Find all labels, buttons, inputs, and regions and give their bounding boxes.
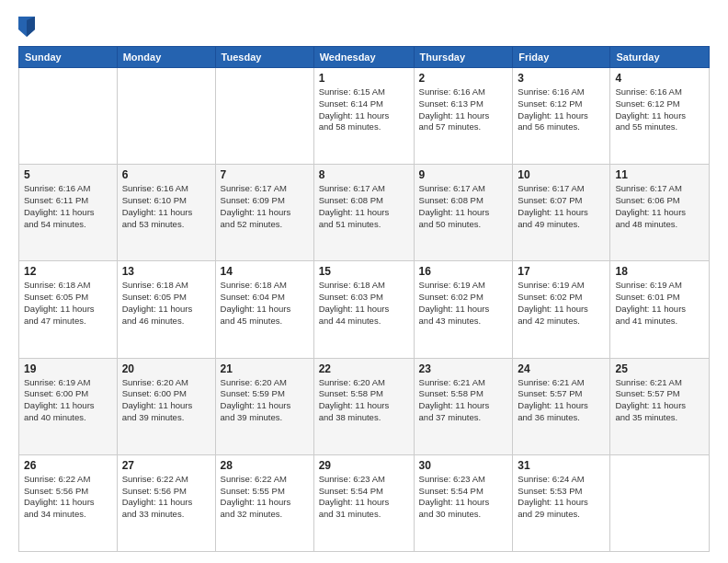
calendar-cell: [117, 68, 215, 165]
cell-info: Sunrise: 6:24 AM Sunset: 5:53 PM Dayligh…: [518, 474, 605, 521]
calendar-cell: 23Sunrise: 6:21 AM Sunset: 5:58 PM Dayli…: [414, 358, 513, 454]
header: [18, 15, 710, 37]
cell-date: 19: [24, 362, 112, 375]
cell-date: 16: [419, 265, 508, 278]
cell-date: 3: [518, 72, 605, 85]
cell-info: Sunrise: 6:15 AM Sunset: 6:14 PM Dayligh…: [319, 86, 409, 133]
weekday-header-saturday: Saturday: [610, 47, 710, 68]
calendar-cell: 24Sunrise: 6:21 AM Sunset: 5:57 PM Dayli…: [513, 358, 610, 454]
calendar-cell: 6Sunrise: 6:16 AM Sunset: 6:10 PM Daylig…: [117, 165, 215, 261]
calendar-cell: 7Sunrise: 6:17 AM Sunset: 6:09 PM Daylig…: [215, 165, 313, 261]
cell-info: Sunrise: 6:17 AM Sunset: 6:08 PM Dayligh…: [419, 183, 508, 230]
cell-info: Sunrise: 6:18 AM Sunset: 6:03 PM Dayligh…: [319, 280, 409, 327]
cell-info: Sunrise: 6:22 AM Sunset: 5:56 PM Dayligh…: [24, 474, 112, 521]
cell-date: 5: [24, 168, 112, 181]
weekday-header-monday: Monday: [117, 47, 215, 68]
cell-date: 21: [221, 362, 309, 375]
cell-info: Sunrise: 6:16 AM Sunset: 6:12 PM Dayligh…: [615, 86, 704, 133]
weekday-header-thursday: Thursday: [414, 47, 513, 68]
calendar-cell: 1Sunrise: 6:15 AM Sunset: 6:14 PM Daylig…: [313, 68, 414, 165]
cell-date: 18: [615, 265, 704, 278]
calendar-cell: 14Sunrise: 6:18 AM Sunset: 6:04 PM Dayli…: [215, 261, 313, 358]
cell-info: Sunrise: 6:20 AM Sunset: 5:59 PM Dayligh…: [221, 377, 309, 424]
cell-info: Sunrise: 6:20 AM Sunset: 6:00 PM Dayligh…: [122, 377, 210, 424]
cell-info: Sunrise: 6:23 AM Sunset: 5:54 PM Dayligh…: [319, 474, 409, 521]
calendar-cell: 16Sunrise: 6:19 AM Sunset: 6:02 PM Dayli…: [414, 261, 513, 358]
cell-info: Sunrise: 6:17 AM Sunset: 6:08 PM Dayligh…: [319, 183, 409, 230]
cell-date: 23: [419, 362, 508, 375]
calendar-cell: 13Sunrise: 6:18 AM Sunset: 6:05 PM Dayli…: [117, 261, 215, 358]
calendar-table: SundayMondayTuesdayWednesdayThursdayFrid…: [18, 46, 710, 552]
calendar-cell: 5Sunrise: 6:16 AM Sunset: 6:11 PM Daylig…: [19, 165, 118, 261]
calendar-cell: 9Sunrise: 6:17 AM Sunset: 6:08 PM Daylig…: [414, 165, 513, 261]
calendar-cell: 10Sunrise: 6:17 AM Sunset: 6:07 PM Dayli…: [513, 165, 610, 261]
cell-info: Sunrise: 6:16 AM Sunset: 6:11 PM Dayligh…: [24, 183, 112, 230]
cell-date: 9: [419, 168, 508, 181]
cell-info: Sunrise: 6:21 AM Sunset: 5:57 PM Dayligh…: [518, 377, 605, 424]
week-row-4: 26Sunrise: 6:22 AM Sunset: 5:56 PM Dayli…: [19, 454, 710, 551]
calendar-cell: 26Sunrise: 6:22 AM Sunset: 5:56 PM Dayli…: [19, 454, 118, 551]
calendar-cell: 31Sunrise: 6:24 AM Sunset: 5:53 PM Dayli…: [513, 454, 610, 551]
cell-date: 6: [122, 168, 210, 181]
cell-date: 20: [122, 362, 210, 375]
page: SundayMondayTuesdayWednesdayThursdayFrid…: [0, 0, 728, 563]
cell-info: Sunrise: 6:20 AM Sunset: 5:58 PM Dayligh…: [319, 377, 409, 424]
cell-info: Sunrise: 6:17 AM Sunset: 6:07 PM Dayligh…: [518, 183, 605, 230]
calendar-cell: 30Sunrise: 6:23 AM Sunset: 5:54 PM Dayli…: [414, 454, 513, 551]
cell-info: Sunrise: 6:19 AM Sunset: 6:02 PM Dayligh…: [419, 280, 508, 327]
cell-date: 4: [615, 72, 704, 85]
calendar-cell: 17Sunrise: 6:19 AM Sunset: 6:02 PM Dayli…: [513, 261, 610, 358]
cell-date: 12: [24, 265, 112, 278]
cell-info: Sunrise: 6:18 AM Sunset: 6:05 PM Dayligh…: [24, 280, 112, 327]
cell-info: Sunrise: 6:23 AM Sunset: 5:54 PM Dayligh…: [419, 474, 508, 521]
calendar-cell: 22Sunrise: 6:20 AM Sunset: 5:58 PM Dayli…: [313, 358, 414, 454]
cell-info: Sunrise: 6:21 AM Sunset: 5:57 PM Dayligh…: [615, 377, 704, 424]
cell-date: 30: [419, 459, 508, 472]
logo: [18, 15, 39, 37]
weekday-header-friday: Friday: [513, 47, 610, 68]
calendar-cell: 21Sunrise: 6:20 AM Sunset: 5:59 PM Dayli…: [215, 358, 313, 454]
weekday-header-tuesday: Tuesday: [215, 47, 313, 68]
cell-info: Sunrise: 6:22 AM Sunset: 5:55 PM Dayligh…: [221, 474, 309, 521]
week-row-1: 5Sunrise: 6:16 AM Sunset: 6:11 PM Daylig…: [19, 165, 710, 261]
cell-date: 10: [518, 168, 605, 181]
calendar-cell: [215, 68, 313, 165]
cell-date: 7: [221, 168, 309, 181]
cell-date: 14: [221, 265, 309, 278]
cell-date: 28: [221, 459, 309, 472]
calendar-cell: 28Sunrise: 6:22 AM Sunset: 5:55 PM Dayli…: [215, 454, 313, 551]
calendar-cell: 20Sunrise: 6:20 AM Sunset: 6:00 PM Dayli…: [117, 358, 215, 454]
week-row-2: 12Sunrise: 6:18 AM Sunset: 6:05 PM Dayli…: [19, 261, 710, 358]
cell-date: 17: [518, 265, 605, 278]
cell-date: 15: [319, 265, 409, 278]
cell-info: Sunrise: 6:16 AM Sunset: 6:12 PM Dayligh…: [518, 86, 605, 133]
cell-date: 1: [319, 72, 409, 85]
weekday-header-wednesday: Wednesday: [313, 47, 414, 68]
calendar-cell: 25Sunrise: 6:21 AM Sunset: 5:57 PM Dayli…: [610, 358, 710, 454]
cell-date: 8: [319, 168, 409, 181]
cell-date: 13: [122, 265, 210, 278]
cell-date: 11: [615, 168, 704, 181]
cell-date: 29: [319, 459, 409, 472]
week-row-3: 19Sunrise: 6:19 AM Sunset: 6:00 PM Dayli…: [19, 358, 710, 454]
week-row-0: 1Sunrise: 6:15 AM Sunset: 6:14 PM Daylig…: [19, 68, 710, 165]
calendar-cell: 19Sunrise: 6:19 AM Sunset: 6:00 PM Dayli…: [19, 358, 118, 454]
cell-info: Sunrise: 6:21 AM Sunset: 5:58 PM Dayligh…: [419, 377, 508, 424]
cell-info: Sunrise: 6:19 AM Sunset: 6:02 PM Dayligh…: [518, 280, 605, 327]
cell-info: Sunrise: 6:22 AM Sunset: 5:56 PM Dayligh…: [122, 474, 210, 521]
cell-info: Sunrise: 6:18 AM Sunset: 6:04 PM Dayligh…: [221, 280, 309, 327]
calendar-cell: 8Sunrise: 6:17 AM Sunset: 6:08 PM Daylig…: [313, 165, 414, 261]
cell-date: 2: [419, 72, 508, 85]
cell-info: Sunrise: 6:16 AM Sunset: 6:10 PM Dayligh…: [122, 183, 210, 230]
calendar-cell: 2Sunrise: 6:16 AM Sunset: 6:13 PM Daylig…: [414, 68, 513, 165]
calendar-cell: 27Sunrise: 6:22 AM Sunset: 5:56 PM Dayli…: [117, 454, 215, 551]
cell-date: 25: [615, 362, 704, 375]
calendar-cell: [610, 454, 710, 551]
calendar-cell: 15Sunrise: 6:18 AM Sunset: 6:03 PM Dayli…: [313, 261, 414, 358]
cell-date: 26: [24, 459, 112, 472]
calendar-cell: 3Sunrise: 6:16 AM Sunset: 6:12 PM Daylig…: [513, 68, 610, 165]
cell-date: 22: [319, 362, 409, 375]
weekday-header-row: SundayMondayTuesdayWednesdayThursdayFrid…: [19, 47, 710, 68]
calendar-cell: 29Sunrise: 6:23 AM Sunset: 5:54 PM Dayli…: [313, 454, 414, 551]
cell-info: Sunrise: 6:19 AM Sunset: 6:00 PM Dayligh…: [24, 377, 112, 424]
